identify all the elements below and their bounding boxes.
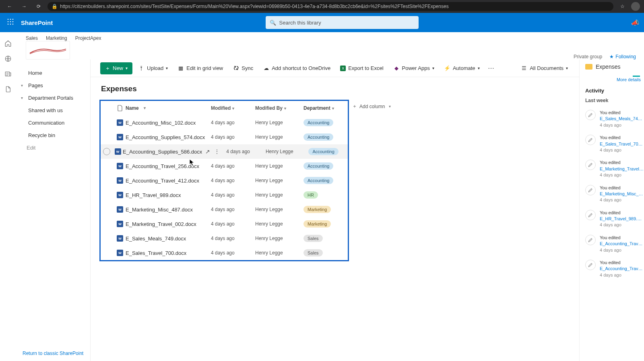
table-row[interactable]: WE_Sales_Meals_749.docx4 days agoHenry L… [101, 231, 348, 246]
megaphone-icon[interactable]: 📣 [631, 19, 639, 27]
site-header: SalesMarketingProjectApex Private group … [16, 32, 644, 59]
nav-item[interactable]: ▾Department Portals [16, 92, 90, 104]
site-tab[interactable]: Marketing [46, 35, 67, 41]
forward-button[interactable]: → [19, 2, 30, 10]
news-icon[interactable] [4, 70, 12, 78]
file-name[interactable]: E_Marketing_Travel_002.docx [126, 221, 196, 227]
svg-point-5 [12, 21, 14, 23]
nav-item[interactable]: Recycle bin [16, 129, 90, 142]
department-pill: Accounting [303, 133, 333, 141]
home-icon[interactable] [4, 39, 12, 47]
edit-pencil-icon [585, 235, 596, 245]
share-icon[interactable]: ↗ [205, 148, 210, 155]
activity-file-link[interactable]: E_HR_Travel_989.docx [600, 216, 644, 222]
table-row[interactable]: WE_Marketing_Travel_002.docx4 days agoHe… [101, 217, 348, 231]
department-pill: HR [303, 191, 318, 199]
reload-button[interactable]: ⟳ [33, 2, 44, 10]
chevron-down-icon: ▾ [232, 106, 234, 111]
more-details-link[interactable]: More details [585, 77, 644, 88]
site-logo[interactable] [26, 41, 70, 59]
add-column-button[interactable]: ＋ Add column ▾ [352, 103, 405, 110]
filetype-header-icon[interactable] [114, 105, 126, 111]
file-name[interactable]: E_Accounting_Travel_256.docx [126, 163, 199, 169]
activity-item[interactable]: You editedE_Sales_Travel_700.docx4 days … [585, 131, 644, 156]
bookmark-star-icon[interactable]: ☆ [617, 2, 628, 10]
activity-item[interactable]: You editedE_HR_Travel_989.docx4 days ago [585, 207, 644, 232]
activity-item[interactable]: You editedE_Accounting_Travel_412.docx4 … [585, 232, 644, 256]
grid-icon: ▦ [178, 65, 184, 72]
nav-item[interactable]: Communication [16, 117, 90, 129]
activity-item[interactable]: You editedE_Marketing_Misc_487.docx4 day… [585, 182, 644, 207]
table-row[interactable]: WE_Accounting_Misc_102.docx4 days agoHen… [101, 115, 348, 130]
file-name[interactable]: E_Sales_Travel_700.docx [126, 250, 186, 256]
more-commands-icon[interactable]: ⋯ [485, 64, 497, 72]
table-row[interactable]: WE_Accounting_Travel_256.docx4 days agoH… [101, 159, 348, 173]
row-select-circle[interactable] [103, 148, 110, 155]
view-selector[interactable]: ☰ All Documents ▾ [517, 64, 572, 73]
word-doc-icon: W [117, 192, 123, 198]
chevron-down-icon: ▾ [389, 104, 391, 109]
table-row[interactable]: WE_HR_Travel_989.docx4 days agoHenry Leg… [101, 188, 348, 202]
activity-file-link[interactable]: E_Marketing_Travel_002.docx [600, 166, 644, 172]
more-actions-icon[interactable]: ⋮ [214, 148, 220, 155]
globe-icon[interactable] [4, 55, 12, 63]
column-header-department[interactable]: Department▾ [303, 105, 348, 111]
file-name[interactable]: E_HR_Travel_989.docx [126, 192, 181, 198]
activity-item[interactable]: You editedE_Marketing_Travel_002.docx4 d… [585, 156, 644, 181]
table-row[interactable]: WE_Accounting_Supplies_574.docx4 days ag… [101, 130, 348, 144]
file-name[interactable]: E_Sales_Meals_749.docx [126, 236, 186, 242]
word-doc-icon: W [117, 134, 123, 140]
table-row[interactable]: WE_Accounting_Supplies_586.docx↗⋮4 days … [101, 144, 348, 159]
files-icon[interactable] [4, 85, 12, 93]
url-text: https://citizenbuilders.sharepoint.com/s… [60, 4, 449, 9]
file-name[interactable]: E_Accounting_Misc_102.docx [126, 120, 196, 126]
automate-button[interactable]: ⚡ Automate ▾ [440, 64, 484, 73]
activity-item[interactable]: You editedE_Sales_Meals_749.docx4 days a… [585, 107, 644, 131]
column-header-name[interactable]: Name▾ [126, 105, 211, 111]
activity-file-link[interactable]: E_Accounting_Travel_256.docx [600, 266, 644, 272]
power-apps-button[interactable]: ◆ Power Apps ▾ [389, 64, 438, 73]
table-row[interactable]: WE_Sales_Travel_700.docx4 days agoHenry … [101, 246, 348, 260]
file-name[interactable]: E_Marketing_Misc_487.docx [126, 207, 193, 213]
details-pane: Expenses More details Activity Last week… [580, 59, 644, 361]
table-header-row: Name▾ Modified▾ Modified By▾ [101, 101, 348, 115]
nav-edit-link[interactable]: Edit [16, 142, 90, 154]
file-name[interactable]: E_Accounting_Supplies_574.docx [126, 134, 205, 140]
add-shortcut-button[interactable]: ☁ Add shortcut to OneDrive [259, 64, 334, 73]
svg-point-3 [8, 21, 9, 23]
nav-item[interactable]: ▾Pages [16, 79, 90, 92]
drag-handle-icon[interactable] [633, 76, 640, 77]
sharepoint-brand[interactable]: SharePoint [21, 19, 53, 26]
activity-file-link[interactable]: E_Sales_Meals_749.docx [600, 116, 644, 122]
profile-avatar[interactable] [631, 2, 640, 11]
modified-by-cell: Henry Legge [255, 192, 303, 198]
new-button[interactable]: ＋ New ▾ [100, 62, 132, 74]
modified-by-cell: Henry Legge [266, 149, 308, 154]
file-name[interactable]: E_Accounting_Travel_412.docx [126, 178, 199, 184]
table-row[interactable]: WE_Accounting_Travel_412.docx4 days agoH… [101, 173, 348, 188]
export-excel-button[interactable]: X Export to Excel [336, 64, 387, 73]
back-button[interactable]: ← [4, 2, 15, 10]
return-classic-link[interactable]: Return to classic SharePoint [16, 346, 90, 361]
word-doc-icon: W [117, 221, 123, 227]
activity-file-link[interactable]: E_Marketing_Misc_487.docx [600, 191, 644, 197]
nav-item[interactable]: Shared with us [16, 104, 90, 117]
activity-file-link[interactable]: E_Accounting_Travel_412.docx [600, 241, 644, 247]
edit-pencil-icon [585, 210, 596, 220]
column-header-modified[interactable]: Modified▾ [211, 105, 255, 111]
site-tab[interactable]: ProjectApex [75, 35, 101, 41]
following-button[interactable]: ★ Following [609, 54, 636, 59]
file-name[interactable]: E_Accounting_Supplies_586.docx [123, 149, 202, 155]
activity-file-link[interactable]: E_Sales_Travel_700.docx [600, 141, 644, 147]
table-row[interactable]: WE_Marketing_Misc_487.docx4 days agoHenr… [101, 202, 348, 217]
column-header-modified-by[interactable]: Modified By▾ [255, 105, 303, 111]
nav-item[interactable]: Home [16, 67, 90, 79]
sync-button[interactable]: 🗘 Sync [229, 64, 257, 73]
search-box[interactable]: 🔍 Search this library [266, 16, 419, 29]
site-tab[interactable]: Sales [26, 35, 38, 41]
activity-item[interactable]: You editedE_Accounting_Travel_256.docx4 … [585, 256, 644, 281]
url-bar[interactable]: 🔒 https://citizenbuilders.sharepoint.com… [47, 2, 613, 11]
app-launcher-icon[interactable] [5, 17, 16, 28]
upload-button[interactable]: ⭱ Upload ▾ [134, 64, 172, 73]
edit-grid-button[interactable]: ▦ Edit in grid view [173, 64, 227, 73]
